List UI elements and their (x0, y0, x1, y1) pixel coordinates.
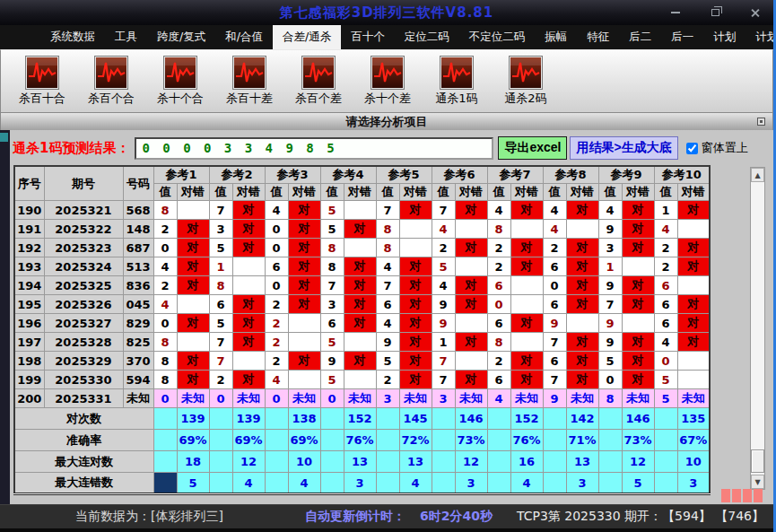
summary-value-cell[interactable]: 10 (288, 451, 320, 473)
summary-value-cell[interactable]: 152 (510, 408, 543, 430)
mark-cell[interactable] (288, 333, 320, 352)
mark-cell[interactable]: 对 (622, 371, 654, 389)
summary-value-cell[interactable]: 145 (399, 408, 432, 430)
mark-cell[interactable]: 对 (232, 239, 265, 257)
value-cell[interactable]: 5 (432, 257, 455, 276)
value-cell[interactable]: 0 (265, 276, 288, 295)
menu-item-2[interactable]: 跨度/复式 (147, 25, 215, 49)
value-cell[interactable]: 8 (376, 220, 399, 239)
value-cell[interactable]: 3 (209, 220, 232, 239)
mark-cell[interactable]: 对 (399, 295, 432, 314)
summary-spacer-cell[interactable] (487, 473, 510, 494)
summary-spacer-cell[interactable] (543, 473, 566, 494)
period-cell[interactable]: 2025324 (44, 257, 123, 276)
mark-cell[interactable]: 对 (288, 352, 320, 371)
number-cell[interactable]: 568 (123, 201, 153, 220)
mark-cell[interactable]: 对 (677, 295, 710, 314)
summary-value-cell[interactable]: 4 (510, 473, 543, 494)
tool-button-5[interactable]: 杀十个差 (359, 57, 416, 107)
value-cell[interactable]: 8 (153, 371, 177, 389)
mark-cell[interactable]: 对 (288, 295, 320, 314)
summary-spacer-cell[interactable] (598, 408, 622, 430)
value-cell[interactable]: 6 (543, 352, 566, 371)
mark-cell[interactable]: 对 (399, 257, 432, 276)
mark-cell[interactable] (622, 257, 654, 276)
mark-cell[interactable] (232, 276, 265, 295)
mark-cell[interactable]: 对 (566, 276, 598, 295)
summary-value-cell[interactable]: 13 (566, 451, 598, 473)
value-cell[interactable]: 7 (598, 295, 622, 314)
menu-item-9[interactable]: 特征 (577, 25, 619, 49)
value-cell[interactable]: 0 (209, 389, 232, 408)
mark-cell[interactable]: 未知 (177, 389, 209, 408)
tool-button-4[interactable]: 杀百个差 (290, 57, 347, 107)
mark-cell[interactable]: 对 (566, 352, 598, 371)
period-cell[interactable]: 2025328 (44, 333, 123, 352)
mark-cell[interactable]: 对 (399, 352, 432, 371)
tool-button-6[interactable]: 通杀1码 (428, 57, 485, 107)
mark-cell[interactable] (399, 239, 432, 257)
value-cell[interactable]: 0 (598, 371, 622, 389)
summary-value-cell[interactable]: 138 (288, 408, 320, 430)
mark-cell[interactable]: 未知 (399, 389, 432, 408)
mark-cell[interactable] (288, 371, 320, 389)
mark-cell[interactable]: 对 (677, 239, 710, 257)
summary-value-cell[interactable]: 4 (399, 473, 432, 494)
value-cell[interactable]: 9 (598, 333, 622, 352)
value-cell[interactable]: 7 (376, 201, 399, 220)
value-cell[interactable]: 1 (598, 257, 622, 276)
mark-cell[interactable]: 对 (399, 314, 432, 333)
summary-spacer-cell[interactable] (265, 473, 288, 494)
menu-item-3[interactable]: 和/合值 (215, 25, 273, 49)
mark-cell[interactable]: 对 (288, 220, 320, 239)
mark-cell[interactable] (177, 333, 209, 352)
mark-cell[interactable] (344, 201, 376, 220)
summary-spacer-cell[interactable] (598, 430, 622, 451)
value-cell[interactable]: 0 (153, 314, 177, 333)
summary-value-cell[interactable]: 69% (288, 430, 320, 451)
summary-value-cell[interactable]: 4 (288, 473, 320, 494)
value-cell[interactable]: 2 (209, 371, 232, 389)
mark-cell[interactable]: 对 (177, 352, 209, 371)
value-cell[interactable]: 6 (487, 276, 510, 295)
value-cell[interactable]: 8 (153, 352, 177, 371)
value-cell[interactable]: 4 (598, 201, 622, 220)
summary-spacer-cell[interactable] (209, 408, 232, 430)
period-cell[interactable]: 2025326 (44, 295, 123, 314)
menu-item-4[interactable]: 合差/通杀 (273, 25, 341, 49)
summary-spacer-cell[interactable] (432, 451, 455, 473)
summary-spacer-cell[interactable] (654, 473, 677, 494)
mark-cell[interactable]: 对 (399, 276, 432, 295)
mark-cell[interactable]: 对 (510, 352, 543, 371)
value-cell[interactable]: 4 (265, 371, 288, 389)
value-cell[interactable]: 3 (376, 389, 399, 408)
summary-spacer-cell[interactable] (376, 473, 399, 494)
value-cell[interactable]: 0 (487, 295, 510, 314)
mark-cell[interactable]: 未知 (232, 389, 265, 408)
summary-spacer-cell[interactable] (320, 451, 344, 473)
mark-cell[interactable]: 对 (455, 371, 487, 389)
value-cell[interactable]: 2 (487, 352, 510, 371)
summary-spacer-cell[interactable] (654, 451, 677, 473)
mark-cell[interactable]: 对 (344, 352, 376, 371)
summary-spacer-cell[interactable] (487, 430, 510, 451)
mark-cell[interactable]: 对 (399, 333, 432, 352)
value-cell[interactable]: 4 (543, 220, 566, 239)
value-cell[interactable]: 9 (543, 314, 566, 333)
period-cell[interactable]: 2025321 (44, 201, 123, 220)
mark-cell[interactable]: 对 (455, 239, 487, 257)
period-cell[interactable]: 2025329 (44, 352, 123, 371)
seq-cell[interactable]: 191 (14, 220, 44, 239)
number-cell[interactable]: 370 (123, 352, 153, 371)
menu-item-5[interactable]: 百十个 (341, 25, 395, 49)
mark-cell[interactable]: 对 (455, 295, 487, 314)
summary-value-cell[interactable]: 135 (677, 408, 710, 430)
generate-dadi-button[interactable]: 用结果>生成大底 (570, 136, 677, 160)
close-button[interactable] (748, 6, 761, 19)
summary-spacer-cell[interactable] (654, 430, 677, 451)
mark-cell[interactable] (566, 314, 598, 333)
value-cell[interactable]: 2 (265, 352, 288, 371)
mark-cell[interactable] (455, 352, 487, 371)
summary-value-cell[interactable]: 152 (344, 408, 376, 430)
mark-cell[interactable] (677, 220, 710, 239)
